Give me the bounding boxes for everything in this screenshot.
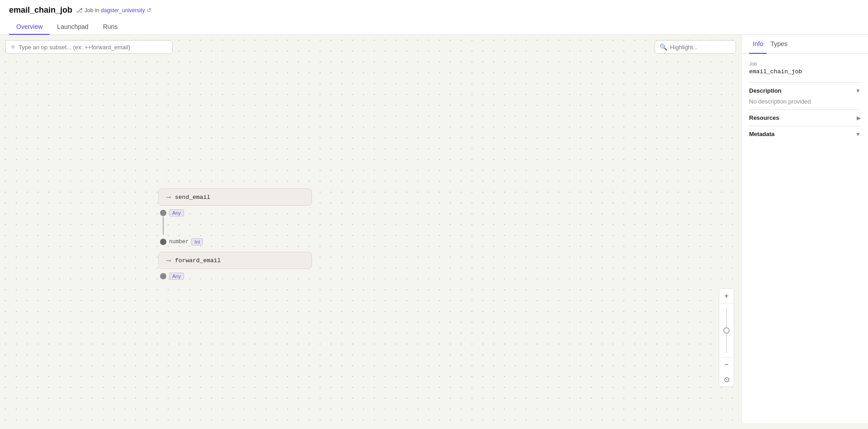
param-label-number: number — [169, 239, 189, 245]
subset-input-wrapper: ✳ — [5, 40, 173, 54]
subset-input[interactable] — [19, 44, 168, 51]
job-field-value: email_chain_job — [749, 68, 861, 75]
metadata-section-title: Metadata — [749, 131, 774, 137]
panel-tab-types[interactable]: Types — [767, 35, 791, 54]
canvas-toolbar: ✳ 🔍 — [5, 40, 736, 54]
node-group-send-email: ⊸ send_email Any number Int — [158, 189, 312, 245]
tab-launchpad[interactable]: Launchpad — [50, 19, 95, 35]
refresh-icon[interactable]: ↺ — [146, 7, 151, 14]
node-label-send-email: send_email — [175, 194, 210, 201]
resources-section-header[interactable]: Resources ▶ — [749, 114, 861, 121]
canvas-area: ✳ 🔍 ⊸ send_email Any — [0, 35, 741, 423]
repository-link[interactable]: dagster_university — [101, 7, 145, 14]
search-icon: 🔍 — [660, 43, 667, 51]
node-send-email[interactable]: ⊸ send_email — [158, 189, 312, 206]
fit-button[interactable]: ⊙ — [719, 372, 734, 387]
node-icon-send-email: ⊸ — [166, 193, 171, 201]
graph-container: ⊸ send_email Any number Int — [0, 62, 741, 423]
type-badge-any-forward-email: Any — [169, 273, 184, 280]
node-group-forward-email: ⊸ forward_email Any — [158, 252, 312, 280]
tab-overview[interactable]: Overview — [9, 19, 50, 35]
job-badge-icon: ⎇ — [76, 7, 83, 14]
no-description-text: No description provided — [749, 98, 811, 105]
panel-section-resources: Resources ▶ — [749, 109, 861, 126]
highlight-input[interactable] — [670, 44, 731, 51]
zoom-slider-wrapper — [719, 303, 734, 358]
tabs: Overview Launchpad Runs — [9, 19, 859, 34]
zoom-controls: + − ⊙ — [719, 288, 734, 387]
description-section-title: Description — [749, 87, 782, 94]
node-icon-forward-email: ⊸ — [166, 257, 171, 264]
job-field-label: Job — [749, 61, 861, 66]
zoom-in-button[interactable]: + — [719, 289, 734, 303]
node-output-send-email: Any — [158, 209, 312, 217]
node-dot-number — [160, 239, 166, 245]
panel-tabs: Info Types — [742, 35, 868, 54]
node-dot-send-email — [160, 210, 166, 216]
description-section-body: No description provided — [749, 94, 861, 105]
param-input-number: number Int — [158, 238, 312, 245]
node-output-forward-email: Any — [158, 273, 312, 280]
top-bar: email_chain_job ⎇ Job in dagster_univers… — [0, 0, 868, 35]
tab-runs[interactable]: Runs — [96, 19, 125, 35]
description-arrow: ▼ — [855, 88, 861, 94]
panel-content: Job email_chain_job Description ▼ No des… — [742, 54, 868, 423]
zoom-slider-track — [726, 308, 727, 353]
page-title: email_chain_job — [9, 5, 72, 15]
page-title-row: email_chain_job ⎇ Job in dagster_univers… — [9, 5, 859, 15]
subset-icon: ✳ — [10, 43, 16, 51]
description-section-header[interactable]: Description ▼ — [749, 87, 861, 94]
metadata-section-header[interactable]: Metadata ▼ — [749, 131, 861, 137]
zoom-out-button[interactable]: − — [719, 358, 734, 372]
type-badge-any-send-email: Any — [169, 209, 184, 217]
resources-arrow: ▶ — [857, 115, 861, 121]
panel-section-metadata: Metadata ▼ — [749, 126, 861, 142]
resources-section-title: Resources — [749, 114, 779, 121]
panel-section-description: Description ▼ No description provided — [749, 82, 861, 109]
type-badge-int: Int — [191, 238, 203, 245]
job-badge-text: Job in — [85, 7, 99, 14]
panel-tab-info[interactable]: Info — [749, 35, 767, 54]
job-badge: ⎇ Job in dagster_university ↺ — [76, 7, 151, 14]
metadata-arrow: ▼ — [855, 131, 861, 137]
main-layout: ✳ 🔍 ⊸ send_email Any — [0, 35, 868, 423]
node-label-forward-email: forward_email — [175, 257, 221, 264]
zoom-slider-thumb[interactable] — [723, 327, 730, 334]
connector-line-send-email — [163, 217, 164, 235]
highlight-input-wrapper: 🔍 — [655, 40, 736, 54]
right-panel: Info Types Job email_chain_job Descripti… — [741, 35, 868, 423]
node-forward-email[interactable]: ⊸ forward_email — [158, 252, 312, 269]
node-dot-forward-email — [160, 273, 166, 279]
